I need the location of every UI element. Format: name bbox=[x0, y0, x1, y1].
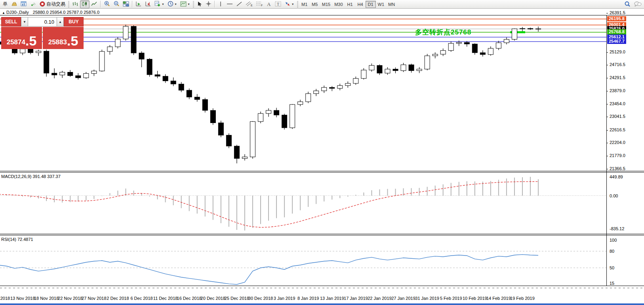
timeframe-button-H1[interactable]: H1 bbox=[345, 1, 355, 8]
signals-button[interactable] bbox=[29, 0, 38, 8]
date-label: 22 Jan 2019 bbox=[368, 296, 392, 301]
price-tick-mark bbox=[606, 156, 608, 156]
buy-button[interactable]: BUY bbox=[64, 17, 84, 27]
candle bbox=[504, 38, 509, 45]
candle bbox=[377, 64, 382, 75]
pane-splitter[interactable] bbox=[0, 235, 644, 235]
timeframe-button-D1[interactable]: D1 bbox=[366, 1, 376, 8]
candle bbox=[147, 58, 152, 77]
rsi-axis-label: 100 bbox=[610, 238, 617, 242]
timeframe-button-M1[interactable]: M1 bbox=[299, 1, 310, 8]
svg-text:E: E bbox=[251, 4, 253, 7]
new-order-button[interactable]: 单 bbox=[1, 0, 10, 8]
candle bbox=[250, 121, 255, 159]
rsi-pane[interactable] bbox=[0, 236, 606, 286]
volume-decrease-button[interactable]: ▼ bbox=[21, 17, 28, 27]
toolbar-grip[interactable] bbox=[297, 1, 298, 8]
timeframe-button-H4[interactable]: H4 bbox=[355, 1, 366, 8]
sell-price: 25874 bbox=[7, 37, 25, 47]
macd-axis-label: 0.00 bbox=[610, 193, 618, 198]
timeframe-button-MN[interactable]: MN bbox=[386, 1, 397, 8]
timeframe-button-M5[interactable]: M5 bbox=[310, 1, 320, 8]
price-tick-mark bbox=[606, 130, 608, 131]
price-tick-mark bbox=[606, 52, 608, 53]
periods-icon bbox=[168, 1, 173, 8]
price-tick-label: 21366.5 bbox=[610, 166, 625, 171]
candle bbox=[36, 50, 41, 56]
arrows-icon bbox=[284, 1, 291, 8]
trendline-button[interactable] bbox=[234, 0, 244, 8]
timeframe-button-M30[interactable]: M30 bbox=[332, 1, 345, 8]
autotrading-button[interactable]: 自动交易 bbox=[38, 0, 67, 8]
candlestick-chart-button[interactable] bbox=[80, 0, 90, 8]
zoom-in-button[interactable] bbox=[102, 0, 112, 8]
auto-scroll-button[interactable] bbox=[134, 0, 143, 8]
zoom-out-button[interactable] bbox=[112, 0, 121, 8]
templates-icon bbox=[180, 1, 187, 8]
toolbar-grip[interactable] bbox=[68, 1, 69, 8]
sell-price-button[interactable]: 25874.5 bbox=[1, 27, 42, 49]
price-tick-label: 22616.5 bbox=[610, 127, 625, 132]
crosshair-button[interactable] bbox=[204, 0, 213, 8]
pane-border bbox=[0, 286, 644, 286]
candle bbox=[520, 27, 525, 31]
volume-increase-button[interactable]: ▲ bbox=[57, 17, 64, 27]
macd-axis-label: -835.12 bbox=[610, 226, 624, 231]
pane-splitter[interactable] bbox=[0, 234, 644, 234]
one-click-trade-panel: SELL ▼ ▲ BUY 25874.5 25883.5 bbox=[1, 17, 84, 49]
toolbar-grip[interactable] bbox=[193, 1, 194, 8]
price-tick-label: 22204.0 bbox=[610, 140, 625, 145]
search-button[interactable] bbox=[623, 0, 632, 8]
candle bbox=[115, 37, 120, 48]
equidistant-channel-button[interactable]: E bbox=[244, 0, 254, 8]
vertical-line-icon bbox=[218, 1, 223, 8]
bar-chart-button[interactable] bbox=[70, 0, 80, 8]
line-chart-button[interactable] bbox=[90, 0, 99, 8]
date-label: 3 Jan 2019 bbox=[274, 296, 295, 301]
horizontal-line-button[interactable] bbox=[225, 0, 234, 8]
periods-button[interactable]: ▼ bbox=[166, 0, 179, 8]
text-button[interactable]: A bbox=[265, 0, 273, 8]
rsi-axis-label: 80 bbox=[610, 249, 614, 254]
candle bbox=[123, 25, 128, 40]
price-tick-label: 24291.5 bbox=[610, 75, 625, 80]
gold-bar-button[interactable] bbox=[10, 0, 19, 8]
macd-axis-label: 449.89 bbox=[610, 174, 623, 179]
templates-button[interactable]: ▼ bbox=[179, 0, 192, 8]
chevron-down-icon: ▼ bbox=[174, 3, 177, 6]
price-axis[interactable]: 26391.525129.024716.524291.523879.023454… bbox=[606, 9, 644, 286]
autotrading-icon bbox=[40, 1, 45, 8]
date-label: 14 Feb 2019 bbox=[486, 296, 511, 301]
price-tick-label: 23879.0 bbox=[610, 88, 625, 93]
pane-splitter[interactable] bbox=[0, 171, 644, 171]
chart-shift-button[interactable] bbox=[143, 0, 153, 8]
vertical-line-button[interactable] bbox=[216, 0, 225, 8]
tile-windows-button[interactable] bbox=[121, 0, 131, 8]
text-label-button[interactable]: T bbox=[273, 0, 283, 8]
chat-button[interactable] bbox=[632, 0, 643, 8]
time-axis[interactable]: 8 Nov 201813 Nov 201818 Nov 201822 Nov 2… bbox=[0, 296, 606, 301]
price-tick-label: 23041.5 bbox=[610, 114, 625, 119]
date-label: 30 Dec 2018 bbox=[248, 296, 273, 301]
candle bbox=[440, 48, 446, 56]
new-chart-window-button[interactable] bbox=[19, 0, 29, 8]
pane-splitter[interactable] bbox=[0, 172, 644, 172]
price-pane[interactable] bbox=[0, 15, 606, 168]
buy-price-button[interactable]: 25883.5 bbox=[43, 27, 84, 49]
price-level-badge: 26195.8 bbox=[607, 16, 626, 21]
fibonacci-button[interactable]: F bbox=[254, 0, 265, 8]
date-label: 2 Dec 2018 bbox=[107, 296, 129, 301]
volume-input[interactable] bbox=[28, 17, 57, 27]
timeframe-button-W1[interactable]: W1 bbox=[376, 1, 387, 8]
candle bbox=[44, 49, 49, 76]
arrows-button[interactable]: ▼ bbox=[283, 0, 296, 8]
add-indicator-button[interactable]: ▼ bbox=[153, 0, 166, 8]
cursor-button[interactable] bbox=[195, 0, 204, 8]
auto-scroll-icon bbox=[135, 1, 142, 8]
new-order-icon: 单 bbox=[3, 1, 8, 8]
macd-pane[interactable] bbox=[0, 173, 606, 233]
price-tick-label: 26391.5 bbox=[610, 10, 625, 15]
chart-area[interactable]: ▲DJ30-,Daily25880.0 25954.0 25787.0 2587… bbox=[0, 9, 644, 303]
sell-button[interactable]: SELL bbox=[1, 17, 21, 27]
timeframe-button-M15[interactable]: M15 bbox=[320, 1, 332, 8]
